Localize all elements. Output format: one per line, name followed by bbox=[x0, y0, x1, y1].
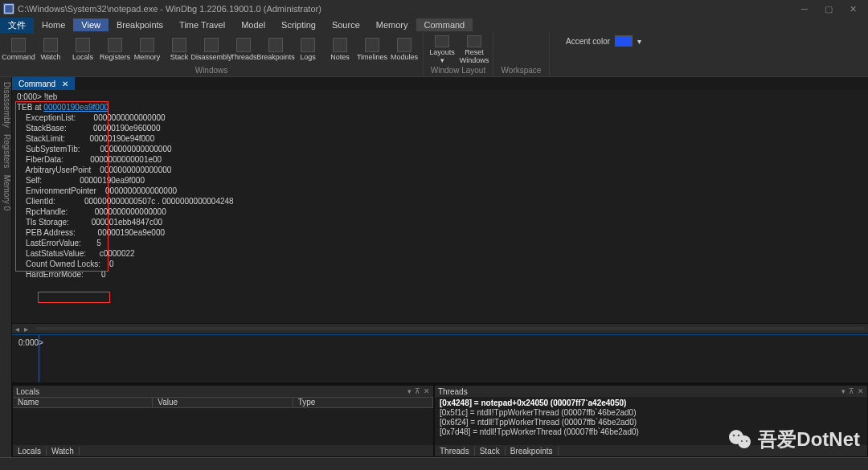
locals-pane: Locals ▾ ⊼ ✕ Name Value Type Locals Watc… bbox=[12, 385, 434, 457]
app-icon bbox=[3, 3, 14, 14]
menubar: 文件 Home View Breakpoints Time Travel Mod… bbox=[0, 18, 868, 32]
ribbon-btn-reset-windows[interactable]: Reset Windows bbox=[459, 34, 489, 66]
ribbon-btn-stack[interactable]: Stack bbox=[164, 34, 194, 66]
teb-row: ClientId: 000000000000507c . 00000000000… bbox=[17, 196, 863, 206]
ribbon-btn-notes[interactable]: Notes bbox=[325, 34, 355, 66]
tab-command[interactable]: Command ✕ bbox=[12, 77, 75, 90]
col-name[interactable]: Name bbox=[13, 398, 153, 407]
threads-title: Threads bbox=[438, 387, 468, 396]
minimize-button[interactable]: ─ bbox=[792, 1, 817, 17]
col-type[interactable]: Type bbox=[293, 398, 433, 407]
watermark: 吾爱DotNet bbox=[727, 427, 860, 452]
accent-label: Accent color bbox=[566, 37, 610, 46]
svg-point-3 bbox=[733, 435, 735, 437]
thread-row[interactable]: [0x5f1c] = ntdll!TppWorkerThread (00007f… bbox=[440, 408, 862, 418]
ribbon-icon bbox=[43, 38, 58, 52]
chevron-down-icon: ▾ bbox=[637, 37, 641, 46]
sidetab-registers[interactable]: Registers bbox=[2, 134, 11, 168]
ribbon-btn-logs[interactable]: Logs bbox=[293, 34, 323, 66]
teb-row: StackLimit: 00000190e94f000 bbox=[17, 133, 863, 144]
ribbon-btn-locals[interactable]: Locals bbox=[68, 34, 98, 66]
ribbon-btn-modules[interactable]: Modules bbox=[389, 34, 420, 66]
menu-home[interactable]: Home bbox=[34, 18, 73, 31]
command-output[interactable]: 0:000> !teb TEB at 00000190ea9f000 Excep… bbox=[12, 90, 868, 323]
accent-color[interactable]: Accent color ▾ bbox=[566, 35, 641, 47]
menu-breakpoints[interactable]: Breakpoints bbox=[108, 18, 171, 31]
scrollbar[interactable] bbox=[36, 327, 865, 330]
accent-swatch[interactable] bbox=[615, 35, 633, 47]
nav-next-icon[interactable]: ▸ bbox=[24, 325, 28, 333]
thread-row[interactable]: [0x4248] = notepad+0x24050 (00007ff7`a42… bbox=[440, 398, 862, 408]
teb-address-link[interactable]: 00000190ea9f000 bbox=[43, 103, 108, 112]
nav-prev-icon[interactable]: ◂ bbox=[15, 325, 19, 333]
ribbon-btn-watch[interactable]: Watch bbox=[35, 34, 66, 66]
window-title: C:\Windows\System32\notepad.exe - WinDbg… bbox=[18, 4, 792, 14]
ribbon-icon bbox=[435, 35, 449, 47]
pane-header: Command ✕ bbox=[12, 77, 868, 90]
locals-title: Locals bbox=[16, 387, 39, 396]
pin-icon[interactable]: ⊼ bbox=[849, 387, 854, 395]
teb-row: HardErrorMode: 0 bbox=[17, 269, 863, 280]
ribbon-icon bbox=[76, 38, 90, 52]
teb-row: EnvironmentPointer 0000000000000000 bbox=[17, 186, 863, 196]
teb-row: ExceptionList: 0000000000000000 bbox=[17, 112, 863, 123]
tab-stack[interactable]: Stack bbox=[475, 447, 506, 456]
svg-point-2 bbox=[738, 435, 751, 448]
ribbon: CommandWatchLocalsRegistersMemoryStackDi… bbox=[0, 32, 868, 77]
menu-scripting[interactable]: Scripting bbox=[273, 18, 324, 31]
ribbon-btn-breakpoints[interactable]: Breakpoints bbox=[260, 34, 291, 66]
sidetab-memory0[interactable]: Memory 0 bbox=[2, 175, 11, 210]
close-icon[interactable]: ✕ bbox=[424, 387, 430, 395]
command-input-area[interactable]: 0:000> bbox=[12, 334, 868, 382]
ribbon-btn-timelines[interactable]: Timelines bbox=[357, 34, 387, 66]
tab-breakpoints[interactable]: Breakpoints bbox=[506, 447, 559, 456]
cmd-line: 0:000> !teb bbox=[17, 92, 863, 102]
pin-icon[interactable]: ⊼ bbox=[415, 387, 420, 395]
menu-command[interactable]: Command bbox=[416, 18, 473, 31]
menu-model[interactable]: Model bbox=[233, 18, 273, 31]
col-value[interactable]: Value bbox=[153, 398, 293, 407]
ribbon-btn-layouts-[interactable]: Layouts ▾ bbox=[427, 34, 457, 66]
teb-at-line: TEB at 00000190ea9f000 bbox=[17, 102, 863, 112]
menu-timetravel[interactable]: Time Travel bbox=[171, 18, 233, 31]
ribbon-icon bbox=[467, 35, 481, 47]
maximize-button[interactable]: ▢ bbox=[817, 1, 841, 17]
menu-memory[interactable]: Memory bbox=[368, 18, 416, 31]
menu-file[interactable]: 文件 bbox=[0, 18, 34, 33]
ribbon-btn-memory[interactable]: Memory bbox=[132, 34, 162, 66]
teb-row: LastStatusValue: c0000022 bbox=[17, 248, 863, 259]
tab-label: Command bbox=[18, 80, 55, 88]
svg-point-6 bbox=[746, 440, 747, 442]
menu-source[interactable]: Source bbox=[324, 18, 368, 31]
dropdown-icon[interactable]: ▾ bbox=[407, 387, 411, 395]
ribbon-icon bbox=[301, 38, 315, 52]
ribbon-btn-threads[interactable]: Threads bbox=[228, 34, 259, 66]
ribbon-group-label: Workspace bbox=[497, 66, 546, 76]
close-icon[interactable]: ✕ bbox=[62, 80, 68, 88]
ribbon-btn-command[interactable]: Command bbox=[3, 34, 34, 66]
ribbon-icon bbox=[172, 38, 186, 52]
nav-bar[interactable]: ◂ ▸ bbox=[12, 323, 868, 334]
status-bar bbox=[0, 457, 868, 470]
menu-view[interactable]: View bbox=[73, 18, 108, 31]
dropdown-icon[interactable]: ▾ bbox=[841, 387, 845, 395]
sidetab-disassembly[interactable]: Disassembly bbox=[2, 82, 11, 128]
teb-row: PEB Address: 00000190ea9e000 bbox=[17, 227, 863, 238]
command-pane: Command ✕ 0:000> !teb TEB at 00000190ea9… bbox=[12, 77, 868, 382]
teb-row: SubSystemTib: 0000000000000000 bbox=[17, 144, 863, 154]
close-icon[interactable]: ✕ bbox=[858, 387, 864, 395]
close-button[interactable]: ✕ bbox=[841, 1, 865, 17]
wechat-icon bbox=[727, 427, 753, 452]
highlight-box-2 bbox=[38, 292, 110, 303]
teb-row: FiberData: 0000000000001e00 bbox=[17, 154, 863, 165]
tab-locals[interactable]: Locals bbox=[13, 447, 47, 456]
ribbon-icon bbox=[204, 38, 219, 52]
tab-threads[interactable]: Threads bbox=[435, 447, 475, 456]
ribbon-btn-registers[interactable]: Registers bbox=[100, 34, 130, 66]
teb-row: Self: 00000190ea9f000 bbox=[17, 175, 863, 186]
tab-watch[interactable]: Watch bbox=[47, 447, 80, 456]
side-tabs[interactable]: Disassembly Registers Memory 0 bbox=[0, 77, 12, 457]
ribbon-btn-disassembly[interactable]: Disassembly bbox=[196, 34, 227, 66]
ribbon-group-workspace: Workspace bbox=[493, 32, 550, 76]
ribbon-group-windows: CommandWatchLocalsRegistersMemoryStackDi… bbox=[0, 32, 424, 76]
